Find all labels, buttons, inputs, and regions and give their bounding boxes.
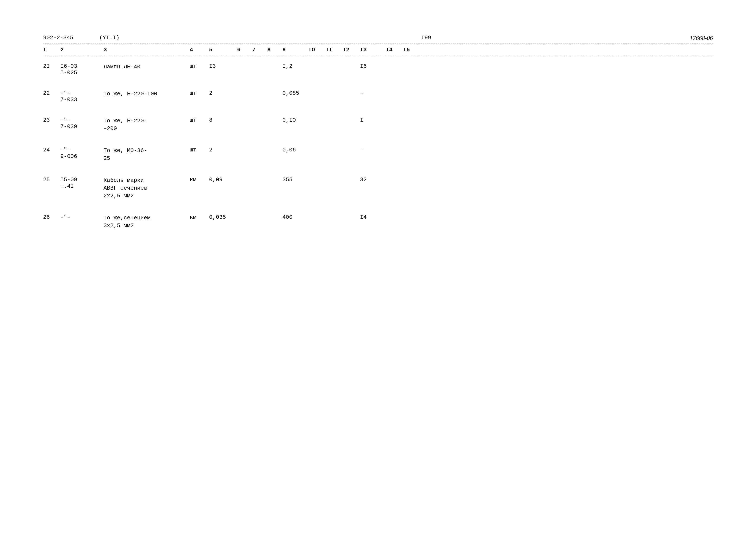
table-row: 2II6-03 I-025Лампн ЛБ-40штI3I,2I6 — [43, 56, 713, 83]
cell-3-5: 8 — [209, 117, 237, 124]
header-col-2: 2 — [60, 46, 103, 53]
cell-3-9: 0,IO — [283, 117, 308, 124]
cell-2-2: –"– 7-033 — [60, 90, 103, 103]
cell-3-2: –"– 7-039 — [60, 117, 103, 130]
cell-6-4: км — [190, 214, 209, 220]
header-col-3: 3 — [103, 46, 190, 53]
cell-3-3: То же, Б-220- –200 — [103, 117, 190, 133]
cell-4-4: шт — [190, 147, 209, 153]
cell-2-3: То же, Б-220-I00 — [103, 90, 190, 98]
cell-4-1: 24 — [43, 147, 60, 153]
cell-1-5: I3 — [209, 63, 237, 70]
cell-6-13: I4 — [360, 214, 386, 220]
top-left: 902-2-345 (YI.I) — [43, 35, 120, 41]
header-col-12: I2 — [343, 46, 360, 53]
cell-6-1: 26 — [43, 214, 60, 220]
cell-2-9: 0,085 — [283, 90, 308, 97]
cell-6-2: –"– — [60, 214, 103, 220]
cell-4-5: 2 — [209, 147, 237, 153]
cell-1-2: I6-03 I-025 — [60, 63, 103, 76]
header-col-10: IO — [308, 46, 326, 53]
cell-6-3: То же,сечением 3x2,5 мм2 — [103, 214, 190, 230]
doc-subtitle: (YI.I) — [99, 35, 120, 41]
cell-5-3: Кабель марки АВВГ сечением 2x2,5 мм2 — [103, 177, 190, 200]
cell-5-9: 355 — [283, 177, 308, 183]
cell-6-9: 400 — [283, 214, 308, 220]
header-col-15: I5 — [403, 46, 420, 53]
top-meta: 902-2-345 (YI.I) I99 17668-06 — [43, 35, 713, 42]
cell-4-2: –"– 9-006 — [60, 147, 103, 160]
cell-2-5: 2 — [209, 90, 237, 97]
cell-1-9: I,2 — [283, 63, 308, 70]
cell-1-4: шт — [190, 63, 209, 70]
header-col-13: I3 — [360, 46, 386, 53]
table-row: 26–"–То же,сечением 3x2,5 мм2км0,035400I… — [43, 207, 713, 237]
cell-5-4: км — [190, 177, 209, 183]
cell-5-5: 0,09 — [209, 177, 237, 183]
table-row: 24–"– 9-006То же, МО-36- 25шт20,06– — [43, 140, 713, 170]
cell-5-13: 32 — [360, 177, 386, 183]
doc-number: 17668-06 — [690, 35, 713, 42]
header-col-1: I — [43, 46, 60, 53]
table-header: I 2 3 4 5 6 7 8 9 IO II I2 I3 I4 I5 — [43, 43, 713, 56]
table-row: 25I5-09 т.4IКабель марки АВВГ сечением 2… — [43, 170, 713, 207]
table-row: 22–"– 7-033То же, Б-220-I00шт20,085– — [43, 83, 713, 110]
header-col-8: 8 — [267, 46, 283, 53]
cell-5-1: 25 — [43, 177, 60, 183]
header-col-4: 4 — [190, 46, 209, 53]
cell-1-13: I6 — [360, 63, 386, 70]
header-col-11: II — [326, 46, 343, 53]
header-col-5: 5 — [209, 46, 237, 53]
cell-3-1: 23 — [43, 117, 60, 124]
cell-1-3: Лампн ЛБ-40 — [103, 63, 190, 71]
cell-1-1: 2I — [43, 63, 60, 70]
cell-2-1: 22 — [43, 90, 60, 97]
header-col-6: 6 — [237, 46, 252, 53]
table-row: 23–"– 7-039То же, Б-220- –200шт80,IOI — [43, 110, 713, 140]
cell-4-3: То же, МО-36- 25 — [103, 147, 190, 162]
header-col-7: 7 — [252, 46, 267, 53]
header-col-14: I4 — [386, 46, 403, 53]
header-col-9: 9 — [283, 46, 308, 53]
cell-6-5: 0,035 — [209, 214, 237, 220]
page: 902-2-345 (YI.I) I99 17668-06 I 2 3 4 5 … — [0, 0, 756, 535]
doc-code: 902-2-345 — [43, 35, 73, 41]
cell-4-13: – — [360, 147, 386, 153]
cell-4-9: 0,06 — [283, 147, 308, 153]
table-body: 2II6-03 I-025Лампн ЛБ-40штI3I,2I622–"– 7… — [43, 56, 713, 237]
cell-3-13: I — [360, 117, 386, 124]
cell-5-2: I5-09 т.4I — [60, 177, 103, 189]
cell-2-13: – — [360, 90, 386, 97]
cell-3-4: шт — [190, 117, 209, 124]
page-number: I99 — [421, 35, 431, 41]
cell-2-4: шт — [190, 90, 209, 97]
